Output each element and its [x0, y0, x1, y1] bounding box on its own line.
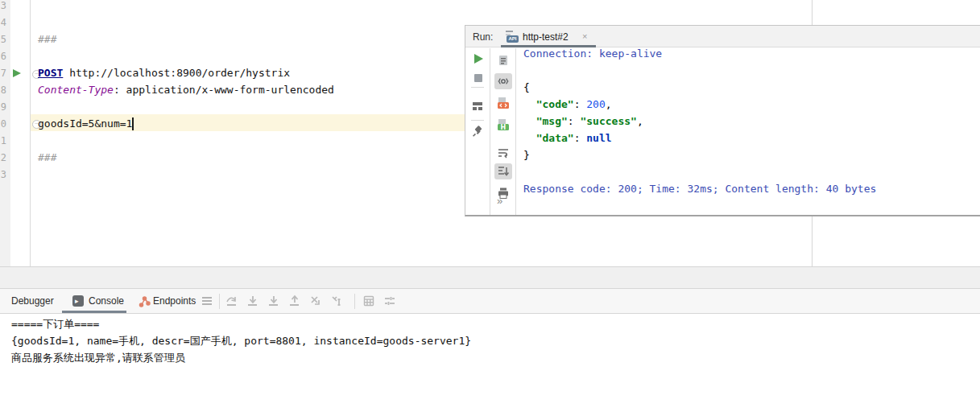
json-entry: "code": 200,: [523, 96, 876, 113]
tab-endpoints[interactable]: Endpoints: [153, 289, 196, 313]
console-line: =====下订单====: [11, 315, 471, 332]
json-entry: "msg": "success",: [523, 113, 876, 130]
json-close: }: [523, 146, 876, 163]
run-view-toolbar: H »: [490, 48, 516, 215]
http-request-icon: API: [506, 30, 519, 43]
json-view-icon[interactable]: [497, 75, 510, 88]
code-line-request: POST http://localhost:8900/order/hystrix: [38, 64, 290, 81]
endpoints-tab-icon: [139, 295, 151, 307]
json-open: {: [523, 79, 876, 96]
header-value: : application/x-www-form-urlencoded: [114, 84, 334, 96]
line-numbers: 3 4 5 6 7 8 9 0 1 2 3: [0, 0, 6, 183]
layout-settings-icon[interactable]: [383, 295, 396, 307]
gutter-run-icon[interactable]: [13, 69, 21, 77]
close-tab-icon[interactable]: ×: [582, 31, 587, 41]
http-method: POST: [38, 67, 63, 79]
stop-button[interactable]: [472, 72, 485, 84]
more-options-icon[interactable]: »: [497, 195, 502, 207]
run-header: Run: API http-test#2 ×: [465, 26, 980, 47]
run-tab-underline: [501, 45, 596, 47]
console-tab-icon: [72, 295, 84, 307]
scroll-to-end-icon[interactable]: [497, 165, 510, 178]
run-title: Run:: [473, 31, 493, 43]
console-line: {goodsId=1, name=手机, descr=国产手机, port=88…: [11, 332, 471, 349]
tab-debugger[interactable]: Debugger: [11, 289, 54, 313]
step-out-icon[interactable]: [288, 295, 301, 307]
evaluate-expression-icon[interactable]: [362, 295, 375, 307]
console-tab-underline: [62, 311, 126, 313]
console-line: 商品服务系统出现异常,请联系管理员: [11, 349, 471, 366]
run-console-output[interactable]: Connection: keep-alive{ "code": 200, "ms…: [517, 48, 980, 215]
preview-view-icon[interactable]: H: [497, 118, 510, 131]
run-toolbar-main: [465, 48, 490, 215]
response-header-line: Connection: keep-alive: [523, 48, 876, 62]
code-line-body[interactable]: goodsId=5&num=1: [38, 115, 132, 132]
run-to-cursor-icon[interactable]: [330, 295, 343, 307]
run-tab[interactable]: API http-test#2 ×: [501, 26, 596, 47]
code-line-separator-bottom: ###: [38, 149, 56, 166]
header-name: Content-Type: [38, 84, 114, 96]
rerun-button[interactable]: [472, 52, 485, 65]
debug-console-output[interactable]: =====下订单===={goodsId=1, name=手机, descr=国…: [11, 315, 471, 366]
gutter-separator: [30, 0, 31, 266]
soft-wrap-icon[interactable]: [497, 146, 510, 159]
run-tool-window: Run: API http-test#2 ×: [465, 25, 980, 216]
window-background-band: [0, 266, 980, 288]
svg-text:H: H: [501, 124, 507, 131]
restore-layout-button[interactable]: [471, 100, 484, 113]
debug-tool-window-header: Debugger Console Endpoints: [0, 288, 980, 314]
text-cursor: [132, 117, 134, 130]
show-execution-point-icon[interactable]: [225, 295, 238, 307]
json-entry: "data": null: [523, 130, 876, 146]
tab-console[interactable]: Console: [89, 289, 124, 313]
step-over-icon[interactable]: [246, 295, 259, 307]
response-summary-line: Response code: 200; Time: 32ms; Content …: [523, 180, 876, 197]
code-line-separator-top: ###: [38, 31, 56, 47]
step-into-icon[interactable]: [267, 295, 280, 307]
run-tab-label[interactable]: http-test#2: [523, 31, 569, 43]
request-url: http://localhost:8900/order/hystrix: [63, 67, 290, 79]
code-line-header: Content-Type: application/x-www-form-url…: [38, 81, 334, 98]
view-options-icon[interactable]: [201, 295, 213, 307]
pin-tab-button[interactable]: [471, 125, 484, 138]
drop-frame-icon[interactable]: [309, 295, 322, 307]
text-view-icon[interactable]: [497, 54, 510, 67]
html-view-icon[interactable]: [497, 97, 510, 109]
